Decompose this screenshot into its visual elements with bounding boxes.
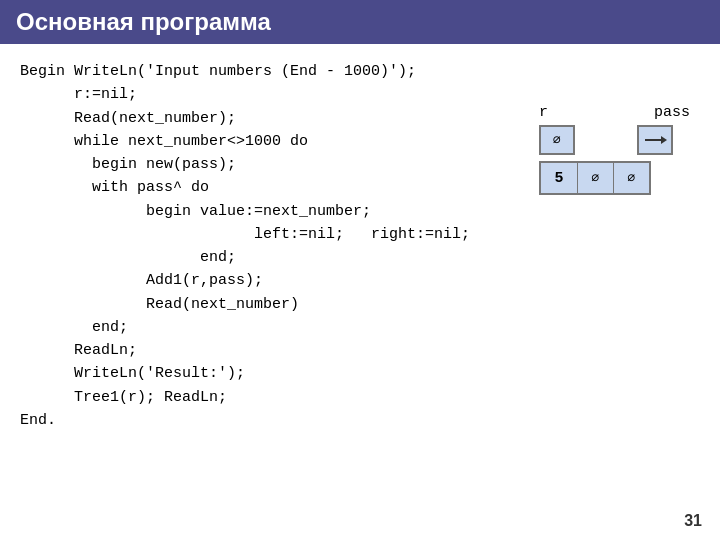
r-label: r <box>539 104 548 121</box>
diagram-labels: r pass <box>539 104 690 121</box>
r-nil-symbol: ∅ <box>553 132 561 148</box>
page-number: 31 <box>684 512 702 530</box>
node-value: 5 <box>541 163 577 193</box>
diagram-row2: 5 ∅ ∅ <box>539 161 690 195</box>
r-box: ∅ <box>539 125 575 155</box>
pass-box <box>637 125 673 155</box>
diagram: r pass ∅ <box>539 104 690 195</box>
pass-label: pass <box>654 104 690 121</box>
pass-arrow-icon <box>643 133 667 147</box>
main-content: Begin WriteLn('Input numbers (End - 1000… <box>0 44 720 448</box>
header: Основная программа <box>0 0 720 44</box>
diagram-row1: ∅ <box>539 125 690 155</box>
page-title: Основная программа <box>16 8 271 36</box>
node-left-nil: ∅ <box>577 163 613 193</box>
node-right-nil: ∅ <box>613 163 649 193</box>
node-box: 5 ∅ ∅ <box>539 161 651 195</box>
svg-marker-1 <box>661 136 667 144</box>
pass-pointer <box>637 125 673 155</box>
